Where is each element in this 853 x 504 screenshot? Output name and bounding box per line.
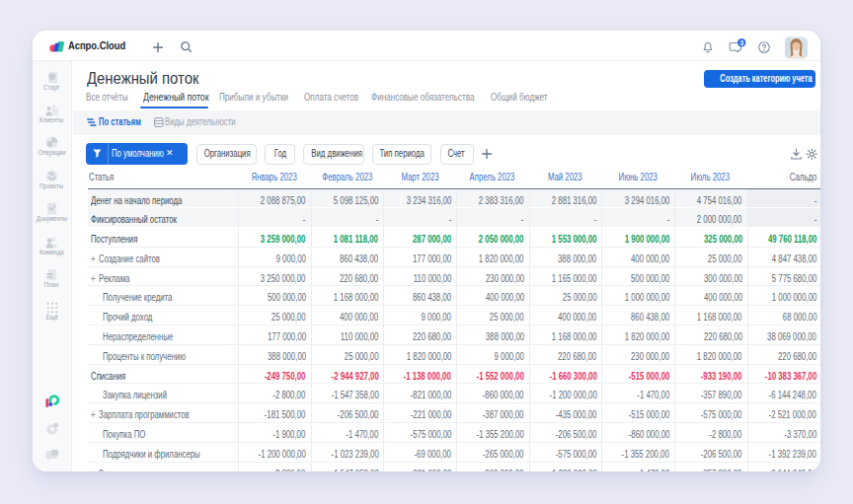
svg-text:3: 3 (739, 38, 743, 45)
